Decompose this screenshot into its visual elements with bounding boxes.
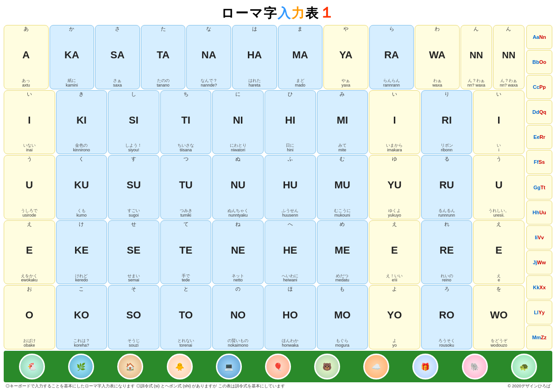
bottom-illustrations: 🐔 🌿 🏠 🐥 💻 🎈 🐻 ☁️ 🎁 🐘 🐢: [4, 351, 552, 382]
hiragana-label: わ: [435, 26, 440, 31]
kana-cell-1-4: にNIにわとりniwatori: [212, 90, 264, 155]
hiragana-label: ち: [183, 92, 189, 97]
alpha-pair-10: Kk Xx: [526, 275, 552, 299]
romaji-main: KE: [75, 245, 89, 255]
kana-cell-1-9: いIいi: [473, 90, 524, 155]
hiragana-label: け: [79, 222, 84, 227]
romaji-main: YA: [339, 50, 353, 60]
hiragana-label: い: [392, 92, 397, 97]
sub-area: あっaxtu: [22, 79, 30, 88]
alpha-pair-2: Cc Pp: [526, 75, 552, 99]
hiragana-label: ら: [389, 26, 394, 31]
kana-cell-4-7: よYOよyo: [369, 285, 420, 349]
romaji-main: KU: [74, 180, 89, 190]
sub-romaji: e: [498, 278, 500, 283]
sub-area: ほんわかhonwaka: [282, 339, 298, 348]
sub-area: もぐらmogura: [335, 339, 350, 348]
romaji-main: SO: [126, 310, 141, 320]
sub-romaji: ewokaku: [21, 278, 38, 283]
sub-romaji: siyou!: [128, 148, 139, 153]
hiragana-label: ほ: [288, 286, 293, 292]
illustration-9: 🎁: [412, 354, 438, 380]
romaji-main: NO: [230, 310, 246, 320]
romaji-main: U: [25, 180, 33, 190]
sub-romaji: usirode: [23, 213, 37, 218]
kana-cell-0-2: さSAさぁsaxa: [95, 25, 140, 89]
hiragana-label: み: [340, 92, 345, 97]
sub-romaji: nannde?: [201, 83, 217, 88]
page: ローマ字入力表１ あAあっaxtuかKA紙にkaminiさSAさぁsaxaたTA…: [0, 0, 556, 392]
romaji-main: SU: [126, 180, 141, 190]
hiragana-label: む: [340, 156, 345, 162]
kana-cell-1-2: しSIしよう！siyou!: [108, 90, 159, 155]
sub-romaji: nunntyaku: [228, 213, 248, 218]
sub-area: やぁyaxa: [341, 79, 350, 88]
romaji-main: TO: [179, 310, 193, 320]
sub-area: さぁsaxa: [113, 79, 122, 88]
hiragana-label: は: [252, 26, 257, 31]
sub-area: そうじsouzi: [127, 339, 140, 348]
sub-area: ゆくよyukuyo: [388, 209, 401, 218]
hiragana-label: え: [392, 222, 397, 227]
alpha-pair-8: Ii Vv: [526, 225, 552, 249]
sub-area: わぁwaxa: [432, 79, 442, 88]
hiragana-label: く: [79, 156, 84, 162]
sub-romaji: keredo: [75, 278, 88, 283]
illustration-10: 🐘: [462, 354, 488, 380]
kana-cell-3-0: えEえをかくewokaku: [4, 220, 55, 285]
sub-area: おばけobake: [23, 339, 36, 348]
sub-romaji: axtu: [22, 83, 30, 88]
sub-romaji: yaxa: [341, 83, 350, 88]
kana-cell-3-8: れREれいのreino: [421, 220, 473, 285]
sub-romaji: nokaimono: [228, 343, 248, 348]
romaji-main: NU: [231, 180, 246, 190]
kana-cell-3-3: てTE手でtede: [160, 220, 212, 285]
sub-romaji: obake: [24, 343, 35, 348]
main-content: あAあっaxtuかKA紙にkaminiさSAさぁsaxaたTAたののtanano…: [4, 25, 552, 349]
footer-right: © 2020デザインひろば: [508, 383, 550, 389]
hiragana-label: し: [131, 92, 136, 97]
sub-area: らんらんrannrann: [383, 79, 400, 88]
illustration-7: 🐻: [314, 354, 340, 380]
sub-romaji: imakara: [387, 148, 402, 153]
sub-area: たののtanano: [157, 79, 170, 88]
kana-cell-1-7: いIいまからimakara: [369, 90, 420, 155]
kana-row-2: うUうしろでusirodeくKUくもkumoすSUすごいsugoiつTUつみきt…: [4, 155, 524, 219]
footer: ◎キーボードで入力することを基本にしたローマ字入力表になります ◎訓令式 (si…: [4, 383, 552, 389]
hiragana-label: す: [131, 156, 136, 162]
romaji-main: MO: [334, 310, 350, 320]
sub-romaji: tiisana: [180, 148, 192, 153]
sub-romaji: mite: [338, 148, 346, 153]
hiragana-label: せ: [131, 222, 136, 227]
alpha-pair-6: Gg Tt: [526, 175, 552, 199]
romaji-main: NN: [469, 50, 483, 60]
kana-cell-4-4: のNOの賢いものnokaimono: [212, 285, 264, 349]
sub-romaji: mado: [295, 83, 306, 88]
romaji-main: SI: [129, 115, 139, 125]
illustration-5: 💻: [216, 354, 242, 380]
sub-area: にわとりniwatori: [230, 143, 246, 153]
sub-area: よyo: [392, 339, 397, 348]
hiragana-label: き: [79, 92, 84, 97]
kana-cell-4-9: をWOをどうぞwodouzo: [473, 285, 524, 349]
hiragana-label: の: [235, 286, 240, 292]
kana-cell-1-5: ひHI日にhini: [265, 90, 316, 155]
kana-cell-0-5: はHAはれたhareta: [232, 25, 277, 89]
alpha-pair-12: Mm Zz: [526, 325, 552, 349]
sub-romaji: rannrann: [383, 83, 400, 88]
kana-cell-0-0: あAあっaxtu: [4, 25, 49, 89]
sub-area: めだつmedatu: [335, 274, 349, 283]
sub-area: はれたhareta: [248, 79, 261, 88]
sub-area: の賢いものnokaimono: [227, 339, 248, 348]
kana-cell-3-1: けKEけれどkeredo: [56, 220, 107, 285]
sub-area: え！いいe!ii: [386, 274, 403, 283]
romaji-main: E: [495, 245, 502, 255]
illustration-6: 🎈: [265, 354, 291, 380]
sub-area: とれないtorenai: [177, 339, 194, 348]
sub-romaji: mukouni: [335, 213, 350, 218]
hiragana-label: つ: [183, 156, 189, 162]
romaji-main: KO: [74, 310, 89, 320]
sub-area: みてmite: [338, 143, 347, 153]
hiragana-label: え: [27, 222, 32, 227]
sub-area: むこうにmukouni: [334, 209, 351, 218]
